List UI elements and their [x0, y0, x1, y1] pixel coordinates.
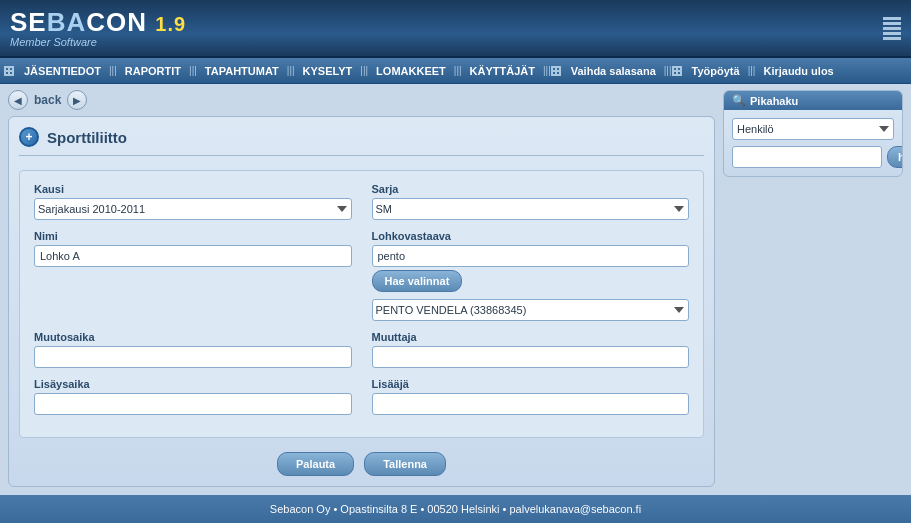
pikahaku-hae-button[interactable]: hae — [887, 146, 903, 168]
logo-se: SE — [10, 7, 47, 37]
lohkovastaava-select[interactable]: PENTO VENDELA (33868345) — [372, 299, 690, 321]
footer-text: Sebacon Oy • Opastinsilta 8 E • 00520 He… — [270, 503, 641, 515]
lohkovastaava-group: Lohkovastaava Hae valinnat PENTO VENDELA… — [372, 230, 690, 321]
pikahaku-category-select[interactable]: Henkilö — [732, 118, 894, 140]
muuttaja-group: Muuttaja — [372, 331, 690, 368]
lisaaja-group: Lisääjä — [372, 378, 690, 415]
panel-title: + Sporttiliitto — [19, 127, 704, 156]
form-row-3: Muutosaika Muuttaja — [34, 331, 689, 368]
tallenna-button[interactable]: Tallenna — [364, 452, 446, 476]
nav-jasentiedot[interactable]: JÄSENTIEDOT — [16, 63, 109, 79]
lohkovastaava-input[interactable] — [372, 245, 690, 267]
palauta-button[interactable]: Palauta — [277, 452, 354, 476]
back-button[interactable]: ◀ — [8, 90, 28, 110]
panel-title-icon: + — [19, 127, 39, 147]
nav-lomakkeet[interactable]: LOMAKKEET — [368, 63, 454, 79]
main-content: ◀ back ▶ + Sporttiliitto Kausi Sarjakaus… — [8, 90, 715, 487]
sarja-select[interactable]: SM A B — [372, 198, 690, 220]
pikahaku-title: 🔍 Pikahaku — [724, 91, 902, 110]
form-row-1: Kausi Sarjakausi 2010-2011 Sarjakausi 20… — [34, 183, 689, 220]
muutosaika-label: Muutosaika — [34, 331, 352, 343]
muutosaika-group: Muutosaika — [34, 331, 352, 368]
nimi-input[interactable] — [34, 245, 352, 267]
lohkovastaava-label: Lohkovastaava — [372, 230, 690, 242]
back-nav: ◀ back ▶ — [8, 90, 715, 110]
pikahaku-search-row: hae — [732, 146, 894, 168]
nimi-label: Nimi — [34, 230, 352, 242]
hae-valinnat-button[interactable]: Hae valinnat — [372, 270, 463, 292]
sep4: ||| — [360, 65, 368, 76]
lisaysaika-group: Lisäysaika — [34, 378, 352, 415]
kausi-label: Kausi — [34, 183, 352, 195]
pikahaku-body: Henkilö hae — [724, 110, 902, 176]
nav-tyopoyta[interactable]: Työpöytä — [684, 63, 748, 79]
sep7: ||| — [664, 65, 672, 76]
sep8: ||| — [748, 65, 756, 76]
sep1: ||| — [109, 65, 117, 76]
nav-kayttajat[interactable]: KÄYTTÄJÄT — [462, 63, 543, 79]
logo: SEBACON 1.9 Member Software — [10, 8, 186, 49]
pikahaku-search-input[interactable] — [732, 146, 882, 168]
form-row-4: Lisäysaika Lisääjä — [34, 378, 689, 415]
muuttaja-input[interactable] — [372, 346, 690, 368]
sep6: ||| — [543, 65, 551, 76]
muutosaika-input[interactable] — [34, 346, 352, 368]
sep5: ||| — [454, 65, 462, 76]
lisaaja-input[interactable] — [372, 393, 690, 415]
nav-raportit[interactable]: RAPORTIT — [117, 63, 189, 79]
lisaysaika-label: Lisäysaika — [34, 378, 352, 390]
logo-version: 1.9 — [155, 13, 186, 35]
kausi-select[interactable]: Sarjakausi 2010-2011 Sarjakausi 2009-201… — [34, 198, 352, 220]
back-label[interactable]: back — [34, 93, 61, 107]
lisaysaika-input[interactable] — [34, 393, 352, 415]
navbar: JÄSENTIEDOT ||| RAPORTIT ||| TAPAHTUMAT … — [0, 58, 911, 84]
grid-icon — [4, 66, 14, 76]
header-right — [883, 17, 901, 40]
kausi-group: Kausi Sarjakausi 2010-2011 Sarjakausi 20… — [34, 183, 352, 220]
form-section: Kausi Sarjakausi 2010-2011 Sarjakausi 20… — [19, 170, 704, 438]
sarja-group: Sarja SM A B — [372, 183, 690, 220]
panel-title-text: Sporttiliitto — [47, 129, 127, 146]
sep2: ||| — [189, 65, 197, 76]
footer: Sebacon Oy • Opastinsilta 8 E • 00520 He… — [0, 495, 911, 523]
sarja-label: Sarja — [372, 183, 690, 195]
logo-ba: BA — [47, 7, 87, 37]
sidebar: 🔍 Pikahaku Henkilö hae — [723, 90, 903, 487]
pikahaku-title-text: Pikahaku — [750, 95, 798, 107]
nav-kyselyt[interactable]: KYSELYT — [295, 63, 361, 79]
logo-con: CON — [86, 7, 147, 37]
lisaaja-label: Lisääjä — [372, 378, 690, 390]
nav-tapahtumat[interactable]: TAPAHTUMAT — [197, 63, 287, 79]
sep3: ||| — [287, 65, 295, 76]
logo-sub: Member Software — [10, 36, 186, 48]
grid-icon3 — [672, 66, 682, 76]
header-stripe — [883, 17, 901, 40]
nav-vaihda-salasana[interactable]: Vaihda salasana — [563, 63, 664, 79]
header: SEBACON 1.9 Member Software — [0, 0, 911, 58]
form-row-2: Nimi Lohkovastaava Hae valinnat PENTO VE… — [34, 230, 689, 321]
logo-text: SEBACON 1.9 — [10, 8, 186, 37]
muuttaja-label: Muuttaja — [372, 331, 690, 343]
nav-kirjaudu-ulos[interactable]: Kirjaudu ulos — [755, 63, 841, 79]
action-bar: Palauta Tallenna — [19, 452, 704, 476]
pikahaku-icon: 🔍 — [732, 94, 746, 107]
forward-button[interactable]: ▶ — [67, 90, 87, 110]
pikahaku-box: 🔍 Pikahaku Henkilö hae — [723, 90, 903, 177]
nimi-group: Nimi — [34, 230, 352, 321]
form-container: + Sporttiliitto Kausi Sarjakausi 2010-20… — [8, 116, 715, 487]
grid-icon2 — [551, 66, 561, 76]
